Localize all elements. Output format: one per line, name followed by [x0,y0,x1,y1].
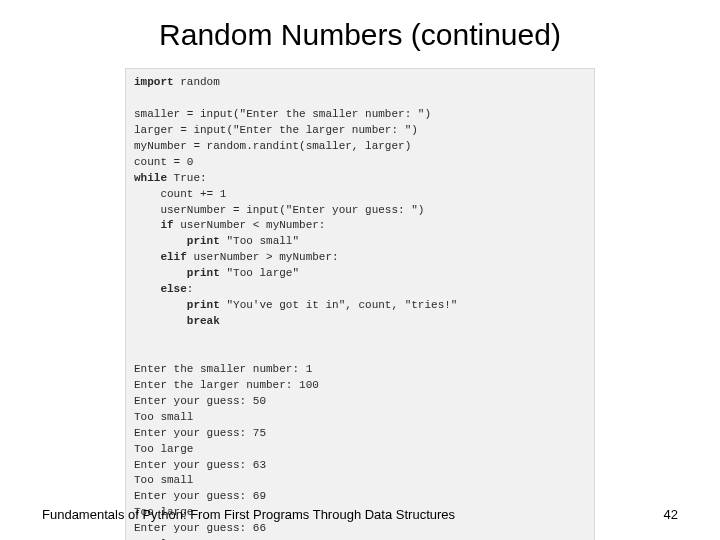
code-text: "You've got it in", count, "tries!" [220,299,458,311]
code-text: count += 1 [134,188,226,200]
code-block: import random smaller = input("Enter the… [125,68,595,540]
code-output: Enter the larger number: 100 [134,379,319,391]
code-text: myNumber = random.randint(smaller, large… [134,140,411,152]
code-kw-print: print [187,299,220,311]
code-listing: import random smaller = input("Enter the… [134,75,586,540]
code-text: : [187,283,194,295]
slide-footer: Fundamentals of Python: From First Progr… [0,507,720,522]
code-output: Enter your guess: 66 [134,522,266,534]
footer-text: Fundamentals of Python: From First Progr… [42,507,455,522]
slide-title: Random Numbers (continued) [0,0,720,60]
code-text: count = 0 [134,156,193,168]
code-kw-print: print [187,267,220,279]
code-output: Too large [134,443,193,455]
code-output: Too small [134,474,193,486]
code-kw-if: if [160,219,173,231]
code-text: "Too large" [220,267,299,279]
code-text: larger = input("Enter the larger number:… [134,124,418,136]
code-text [134,315,187,327]
code-text: True: [167,172,207,184]
code-text [134,219,160,231]
code-text [134,299,187,311]
code-kw-break: break [187,315,220,327]
code-text [134,235,187,247]
code-kw-while: while [134,172,167,184]
code-kw-print: print [187,235,220,247]
code-kw-import: import [134,76,174,88]
page-number: 42 [664,507,678,522]
code-output: Enter your guess: 63 [134,459,266,471]
code-text: random [174,76,220,88]
code-output: Enter the smaller number: 1 [134,363,312,375]
code-output: Enter your guess: 75 [134,427,266,439]
code-output: Too small [134,411,193,423]
slide: Random Numbers (continued) import random… [0,0,720,540]
code-text [134,251,160,263]
code-text [134,283,160,295]
code-output: Enter your guess: 50 [134,395,266,407]
code-kw-else: else [160,283,186,295]
code-text: userNumber > myNumber: [187,251,339,263]
code-output: Enter your guess: 69 [134,490,266,502]
code-kw-elif: elif [160,251,186,263]
code-text: userNumber < myNumber: [174,219,326,231]
code-text: userNumber = input("Enter your guess: ") [134,204,424,216]
code-text: smaller = input("Enter the smaller numbe… [134,108,431,120]
code-text [134,267,187,279]
code-text: "Too small" [220,235,299,247]
